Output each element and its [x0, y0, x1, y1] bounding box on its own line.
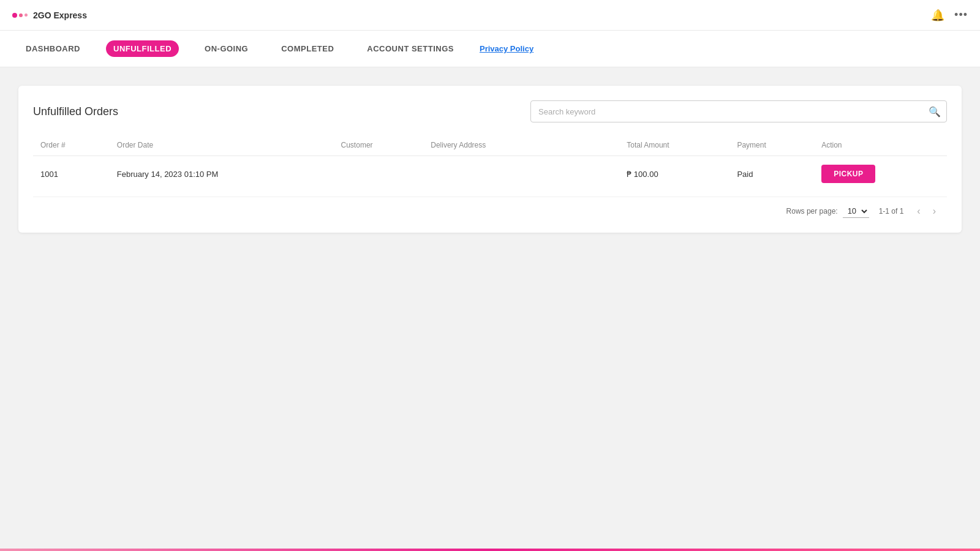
logo-dot-3 [24, 13, 28, 17]
next-page-button[interactable]: › [929, 204, 940, 218]
nav-item-dashboard[interactable]: DASHBOARD [18, 40, 88, 57]
col-payment: Payment [729, 135, 814, 156]
bottom-accent-bar [0, 549, 980, 551]
cell-order-number: 1001 [33, 156, 110, 192]
cell-customer [334, 156, 424, 192]
table-row: 1001 February 14, 2023 01:10 PM ₱ 100.00… [33, 156, 947, 192]
table-header: Order # Order Date Customer Delivery Add… [33, 135, 947, 156]
cell-order-date: February 14, 2023 01:10 PM [110, 156, 334, 192]
privacy-policy-link[interactable]: Privacy Policy [480, 44, 533, 53]
pagination-info: 1-1 of 1 [879, 207, 904, 216]
orders-title: Unfulfilled Orders [33, 105, 118, 118]
pagination-nav: ‹ › [913, 204, 940, 218]
table-body: 1001 February 14, 2023 01:10 PM ₱ 100.00… [33, 156, 947, 192]
logo-icon [12, 9, 29, 21]
logo-dot-1 [12, 13, 17, 18]
main-content: Unfulfilled Orders 🔍 Order # Order Date … [0, 67, 980, 251]
orders-card: Unfulfilled Orders 🔍 Order # Order Date … [18, 86, 962, 233]
nav-item-ongoing[interactable]: ON-GOING [197, 40, 255, 57]
main-nav: DASHBOARD UNFULFILLED ON-GOING COMPLETED… [0, 31, 980, 67]
cell-action: PICKUP [814, 156, 947, 192]
col-delivery-address: Delivery Address [423, 135, 619, 156]
col-action: Action [814, 135, 947, 156]
more-options-icon[interactable]: ••• [954, 9, 968, 21]
col-order-date: Order Date [110, 135, 334, 156]
col-total-amount: Total Amount [619, 135, 729, 156]
app-name: 2GO Express [33, 10, 87, 20]
top-header: 2GO Express 🔔 ••• [0, 0, 980, 31]
logo-dot-2 [19, 13, 23, 17]
orders-table: Order # Order Date Customer Delivery Add… [33, 135, 947, 192]
table-footer: Rows per page: 5 10 25 50 1-1 of 1 ‹ › [33, 197, 947, 218]
search-container: 🔍 [530, 100, 947, 122]
logo-area: 2GO Express [12, 9, 87, 21]
search-input[interactable] [530, 100, 947, 122]
col-customer: Customer [334, 135, 424, 156]
col-order-number: Order # [33, 135, 110, 156]
search-icon: 🔍 [929, 106, 941, 118]
header-actions: 🔔 ••• [931, 9, 968, 22]
notification-bell-icon[interactable]: 🔔 [931, 9, 944, 22]
table-header-row: Order # Order Date Customer Delivery Add… [33, 135, 947, 156]
nav-item-completed[interactable]: COMPLETED [274, 40, 341, 57]
nav-item-account-settings[interactable]: ACCOUNT SETTINGS [360, 40, 461, 57]
prev-page-button[interactable]: ‹ [913, 204, 924, 218]
pickup-button[interactable]: PICKUP [821, 165, 875, 183]
rows-per-page-label: Rows per page: [786, 207, 838, 216]
cell-total-amount: ₱ 100.00 [619, 156, 729, 192]
rows-per-page-select[interactable]: 5 10 25 50 [843, 204, 869, 218]
cell-payment: Paid [729, 156, 814, 192]
rows-per-page-container: Rows per page: 5 10 25 50 [786, 204, 869, 218]
nav-item-unfulfilled[interactable]: UNFULFILLED [106, 40, 179, 57]
card-header: Unfulfilled Orders 🔍 [33, 100, 947, 122]
cell-delivery-address [423, 156, 619, 192]
